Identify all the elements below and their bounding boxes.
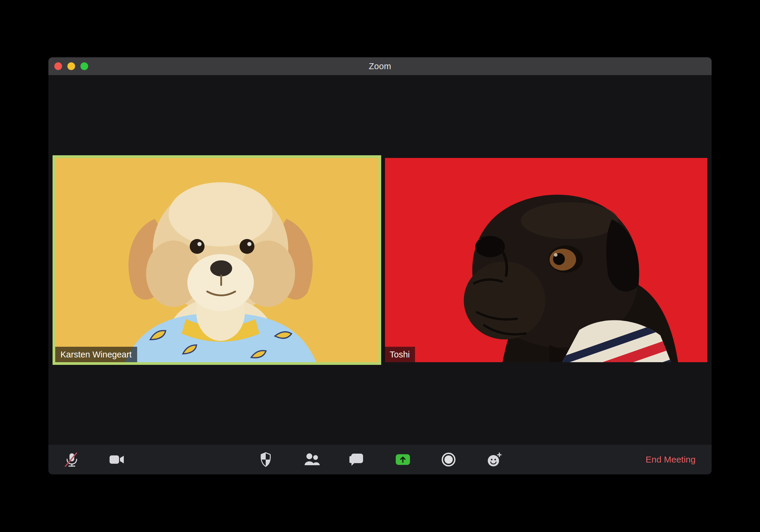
toolbar-center-group: [243, 445, 517, 474]
toolbar-left-group: [48, 445, 140, 474]
traffic-lights: [54, 57, 88, 75]
security-shield-button[interactable]: [243, 445, 289, 474]
participant-name-label: Toshi: [384, 347, 415, 362]
video-grid: Karsten Winegeart: [48, 75, 712, 445]
share-screen-button[interactable]: [380, 445, 426, 474]
participant-video-dog-yellow: [55, 158, 379, 362]
share-screen-icon: [396, 454, 410, 465]
close-window-button[interactable]: [54, 62, 62, 70]
participant-video-dog-red: [384, 158, 708, 362]
zoom-window: Zoom: [48, 57, 712, 474]
window-title: Zoom: [369, 62, 391, 71]
video-camera-icon: [109, 454, 125, 465]
meeting-toolbar: End Meeting: [48, 445, 712, 474]
reactions-smiley-icon: [486, 452, 502, 467]
fullscreen-window-button[interactable]: [80, 62, 88, 70]
chat-button[interactable]: [334, 445, 380, 474]
window-titlebar[interactable]: Zoom: [48, 57, 712, 75]
video-tile-active-speaker[interactable]: Karsten Winegeart: [53, 155, 381, 365]
video-tile: Karsten Winegeart: [55, 158, 379, 362]
video-camera-button[interactable]: [94, 445, 140, 474]
record-button[interactable]: [426, 445, 471, 474]
end-meeting-button[interactable]: End Meeting: [644, 445, 697, 474]
record-icon: [441, 452, 456, 467]
participant-name-label: Karsten Winegeart: [55, 347, 137, 362]
security-shield-icon: [258, 451, 274, 468]
minimize-window-button[interactable]: [68, 62, 75, 70]
mute-microphone-button[interactable]: [48, 445, 94, 474]
chat-icon: [350, 453, 365, 467]
video-tile-remote[interactable]: Toshi: [384, 158, 708, 362]
participants-button[interactable]: [289, 445, 334, 474]
reactions-button[interactable]: [471, 445, 517, 474]
participants-icon: [303, 452, 320, 467]
microphone-muted-icon: [63, 451, 80, 468]
video-tile: Toshi: [384, 158, 708, 362]
